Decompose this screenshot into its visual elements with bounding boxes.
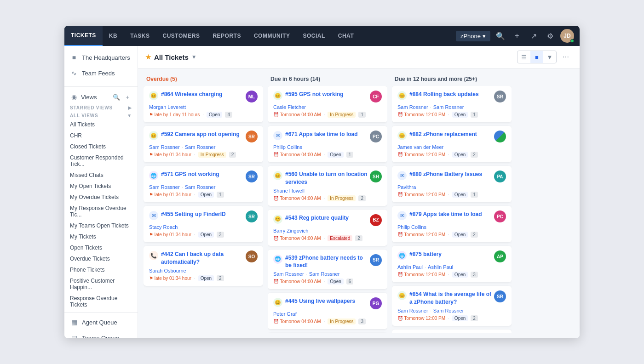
card-avatar-854: SR — [494, 290, 506, 302]
ticket-card-595[interactable]: 😊 #595 GPS not working CF Casie Fletcher… — [268, 86, 387, 122]
view-phone-tickets[interactable]: Phone Tickets — [64, 264, 138, 275]
card-assignee-864: Morgan Leverett — [149, 104, 258, 110]
nav-customers[interactable]: CUSTOMERS — [156, 26, 206, 46]
card-title-854: #854 What is the average life of a zPhon… — [409, 290, 494, 306]
card-type-icon-571: 🌐 — [149, 171, 158, 180]
view-response-overdue[interactable]: Response Overdue Tickets — [64, 293, 138, 310]
more-options-btn[interactable]: ⋯ — [559, 51, 572, 63]
ticket-card-880[interactable]: ✉ #880 zPhone Battery Issues PA Pavithra… — [392, 166, 512, 202]
col-header-due6: Due in 6 hours (14) — [268, 74, 387, 86]
view-all-tickets[interactable]: All Tickets — [64, 119, 138, 130]
col-cards-due6: 😊 #595 GPS not working CF Casie Fletcher… — [268, 86, 387, 333]
card-meta-445: ⏰ Tomorrow 04:00 AM · In Progress 3 — [273, 318, 382, 324]
view-my-open-tickets[interactable]: My Open Tickets — [64, 181, 138, 192]
sidebar-item-teams-queue[interactable]: ▤ Teams Queue — [64, 330, 138, 338]
teams-queue-icon: ▤ — [70, 334, 78, 338]
view-chr[interactable]: CHR — [64, 130, 138, 141]
nav-tasks[interactable]: TASKS — [124, 26, 156, 46]
external-icon-btn[interactable]: ↗ — [527, 29, 540, 42]
card-meta-560: ⏰ Tomorrow 04:00 AM · In Progress 2 — [273, 195, 382, 201]
view-my-overdue-tickets[interactable]: My Overdue Tickets — [64, 192, 138, 203]
kanban-col-overdue: Overdue (5) 😊 #864 Wireless charging ML — [144, 74, 263, 333]
add-icon-btn[interactable]: + — [511, 29, 523, 42]
all-views-label: ALL VIEWS ▼ — [64, 111, 138, 119]
nav-chat[interactable]: CHAT — [332, 26, 360, 46]
view-closed-tickets[interactable]: Closed Tickets — [64, 141, 138, 152]
views-add-btn[interactable]: + — [123, 92, 132, 102]
top-nav: TICKETS KB TASKS CUSTOMERS REPORTS COMMU… — [64, 26, 580, 46]
card-meta-442: ⚑ late by 01:34 hour · Open 2 — [149, 275, 258, 281]
card-type-icon-882: 😊 — [397, 131, 407, 140]
col-header-overdue: Overdue (5) — [144, 74, 263, 86]
views-header[interactable]: ◉ Views 🔍 + — [64, 89, 138, 103]
ticket-card-539[interactable]: 🌐 #539 zPhone battery needs to be fixed!… — [268, 250, 387, 290]
ticket-card-882[interactable]: 😊 #882 zPhone replacement James van der … — [392, 126, 512, 162]
sidebar-item-headquarters[interactable]: ■ The Headquarters — [64, 50, 138, 65]
views-search-btn[interactable]: 🔍 — [112, 92, 121, 102]
view-more-btn[interactable]: ▼ — [543, 51, 556, 63]
view-open-tickets[interactable]: Open Tickets — [64, 242, 138, 253]
product-selector[interactable]: zPhone ▾ — [456, 31, 490, 41]
title-chevron: ▼ — [191, 54, 197, 60]
search-icon-btn[interactable]: 🔍 — [494, 29, 507, 42]
card-meta-882: ⏰ Tomorrow 12:00 PM · Open 2 — [397, 152, 506, 158]
view-missed-chats[interactable]: Missed Chats — [64, 170, 138, 181]
ticket-card-838[interactable]: 😊 #838 zPhone not working NH Nicole Hawk… — [392, 330, 512, 333]
card-type-icon-595: 😊 — [273, 91, 282, 100]
header-actions: ☰ ■ ▼ ⋯ — [517, 51, 572, 63]
nav-reports[interactable]: REPORTS — [206, 26, 247, 46]
nav-kb[interactable]: KB — [103, 26, 124, 46]
view-my-response-overdue[interactable]: My Response Overdue Tic... — [64, 203, 138, 220]
ticket-card-442[interactable]: 📞 #442 Can I back up data automatically?… — [144, 246, 263, 286]
nav-tickets[interactable]: TICKETS — [64, 26, 103, 46]
user-avatar[interactable]: JD — [560, 29, 574, 43]
card-assignee-455: Stacy Roach — [149, 224, 258, 230]
ticket-card-854[interactable]: 😊 #854 What is the average life of a zPh… — [392, 286, 512, 326]
ticket-card-560[interactable]: 😊 #560 Unable to turn on location servic… — [268, 166, 387, 206]
sidebar-item-agent-queue[interactable]: ▦ Agent Queue — [64, 314, 138, 330]
view-my-teams-open[interactable]: My Teams Open Tickets — [64, 220, 138, 231]
card-assignee-882: James van der Meer — [397, 144, 506, 150]
view-positive-customer[interactable]: Positive Customer Happin... — [64, 275, 138, 293]
card-assignee-875: Ashlin Paul·Ashlin Paul — [397, 264, 506, 270]
card-assignee-571: Sam Rossner·Sam Rossner — [149, 184, 258, 190]
team-feeds-icon: ∿ — [70, 69, 78, 77]
card-meta-592: ⚑ late by 01:34 hour · In Progress 2 — [149, 152, 258, 158]
ticket-card-884[interactable]: 😊 #884 Rolling back updates SR Sam Rossn… — [392, 86, 512, 122]
sidebar-item-team-feeds[interactable]: ∿ Team Feeds — [64, 65, 138, 81]
card-assignee-854: Sam Rossner·Sam Rossner — [397, 308, 506, 313]
ticket-card-445[interactable]: 😊 #445 Using live wallpapers PG Peter Gr… — [268, 293, 387, 329]
ticket-card-875[interactable]: 🌐 #875 battery AP Ashlin Paul·Ashlin Pau… — [392, 246, 512, 282]
nav-community[interactable]: COMMUNITY — [247, 26, 297, 46]
card-meta-875: ⏰ Tomorrow 12:00 PM · Open 3 — [397, 272, 506, 278]
card-avatar-595: CF — [370, 91, 382, 102]
card-title-671: #671 Apps take time to load — [285, 131, 358, 138]
card-avatar-671: PC — [370, 131, 382, 142]
ticket-card-864[interactable]: 😊 #864 Wireless charging ML Morgan Lever… — [144, 86, 263, 122]
card-avatar-560: SH — [370, 171, 382, 182]
card-avatar-442: SO — [246, 250, 258, 262]
card-title-592: #592 Camera app not opening — [161, 131, 240, 138]
ticket-card-671[interactable]: ✉ #671 Apps take time to load PC Philip … — [268, 126, 387, 162]
nav-items: TICKETS KB TASKS CUSTOMERS REPORTS COMMU… — [64, 26, 456, 46]
nav-social[interactable]: SOCIAL — [296, 26, 331, 46]
sidebar-divider-2 — [64, 312, 138, 313]
views-label: ◉ Views — [70, 93, 97, 101]
all-tickets-dropdown[interactable]: ★ All Tickets ▼ — [145, 53, 197, 61]
settings-icon-btn[interactable]: ⚙ — [544, 29, 557, 42]
card-assignee-442: Sarah Osbourne — [149, 268, 258, 273]
view-my-tickets[interactable]: My Tickets — [64, 231, 138, 242]
view-customer-responded[interactable]: Customer Responded Tick... — [64, 152, 138, 170]
ticket-card-571[interactable]: 🌐 #571 GPS not working SR Sam Rossner·Sa… — [144, 166, 263, 202]
ticket-card-543[interactable]: 😊 #543 Reg picture quality BZ Barry Zing… — [268, 210, 387, 246]
ticket-card-879[interactable]: ✉ #879 Apps take time to load PC Philip … — [392, 206, 512, 242]
kanban-view-btn[interactable]: ■ — [530, 51, 543, 63]
ticket-card-455[interactable]: ✉ #455 Setting up FinderID SR Stacy Roac… — [144, 206, 263, 242]
card-type-icon-592: 😊 — [149, 131, 158, 140]
list-view-btn[interactable]: ☰ — [518, 51, 530, 63]
view-overdue-tickets[interactable]: Overdue Tickets — [64, 253, 138, 264]
card-type-icon-445: 😊 — [273, 298, 282, 307]
ticket-card-592[interactable]: 😊 #592 Camera app not opening SR Sam Ros… — [144, 126, 263, 162]
nav-right: zPhone ▾ 🔍 + ↗ ⚙ JD — [456, 29, 580, 43]
card-avatar-539: SR — [370, 254, 382, 266]
